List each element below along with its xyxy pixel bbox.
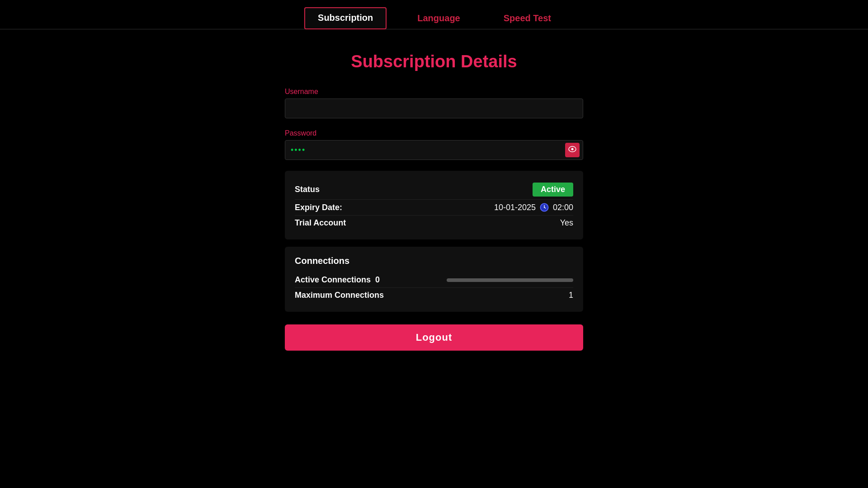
maximum-connections-row: Maximum Connections 1 [295,288,573,303]
trial-row: Trial Account Yes [295,216,573,230]
status-row: Status Active [295,180,573,200]
main-content: Subscription Details Username Password S… [285,52,583,351]
connections-card: Connections Active Connections 0 Maximum… [285,247,583,312]
password-label: Password [285,129,583,137]
page-title: Subscription Details [351,52,517,71]
expiry-value: 10-01-2025 02:00 [494,202,573,212]
tab-speed-test[interactable]: Speed Test [491,9,564,28]
eye-icon [568,146,576,154]
clock-icon [539,202,549,212]
connections-title: Connections [295,256,573,266]
username-label: Username [285,88,583,96]
expiry-label: Expiry Date: [295,203,342,212]
trial-value: Yes [560,218,573,228]
expiry-date: 10-01-2025 [494,203,536,212]
toggle-password-button[interactable] [565,143,580,157]
expiry-row: Expiry Date: 10-01-2025 02:00 [295,200,573,216]
active-connections-progress-bar [447,278,573,282]
subscription-info-card: Status Active Expiry Date: 10-01-2025 02… [285,171,583,239]
logout-button[interactable]: Logout [285,324,583,351]
tab-subscription[interactable]: Subscription [304,7,387,29]
status-label: Status [295,185,320,194]
maximum-connections-label: Maximum Connections [295,291,384,300]
tab-language[interactable]: Language [405,9,472,28]
username-section: Username [285,88,583,126]
navigation-bar: Subscription Language Speed Test [0,0,868,29]
password-wrapper [285,140,583,160]
status-badge: Active [533,183,573,197]
svg-point-5 [544,207,545,208]
active-connections-row: Active Connections 0 [295,272,573,288]
password-section: Password [285,129,583,167]
expiry-time: 02:00 [553,203,573,212]
username-input[interactable] [285,99,583,118]
svg-point-1 [571,148,574,150]
trial-label: Trial Account [295,218,346,228]
password-input[interactable] [285,140,583,160]
maximum-connections-value: 1 [569,291,573,300]
active-connections-label: Active Connections 0 [295,275,380,285]
